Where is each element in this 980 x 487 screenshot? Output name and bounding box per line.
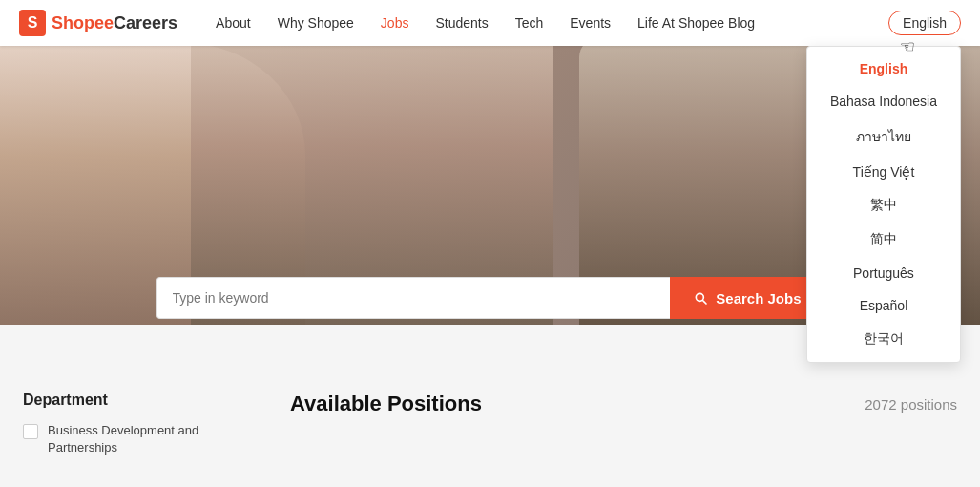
available-positions-title: Available Positions bbox=[290, 392, 482, 416]
nav-right: English bbox=[888, 11, 961, 35]
sidebar: Department Business Development and Part… bbox=[23, 392, 252, 468]
language-dropdown: English Bahasa Indonesia ภาษาไทย Tiếng V… bbox=[806, 46, 961, 363]
search-icon bbox=[693, 290, 708, 306]
nav-jobs[interactable]: Jobs bbox=[381, 15, 409, 31]
positions-area: Available Positions 2072 positions bbox=[290, 392, 957, 468]
search-input[interactable] bbox=[156, 277, 671, 319]
cursor-pointer: ☞ bbox=[900, 36, 915, 57]
language-button[interactable]: English bbox=[888, 11, 961, 35]
navbar: S ShopeeCareers About Why Shopee Jobs St… bbox=[0, 0, 980, 46]
search-button[interactable]: Search Jobs bbox=[670, 277, 824, 319]
nav-why-shopee[interactable]: Why Shopee bbox=[278, 15, 354, 31]
search-section: Search Jobs bbox=[156, 277, 824, 319]
nav-links: About Why Shopee Jobs Students Tech Even… bbox=[216, 15, 888, 31]
lang-option-vietnamese[interactable]: Tiếng Việt bbox=[807, 156, 960, 188]
department-title: Department bbox=[23, 392, 252, 409]
lang-option-bahasa[interactable]: Bahasa Indonesia bbox=[807, 85, 960, 117]
main-content: Department Business Development and Part… bbox=[0, 372, 980, 487]
lang-option-english[interactable]: English bbox=[807, 53, 960, 85]
logo-text: ShopeeCareers bbox=[52, 13, 177, 33]
lang-option-spanish[interactable]: Español bbox=[807, 289, 960, 322]
positions-header: Available Positions 2072 positions bbox=[290, 392, 957, 416]
lang-option-korean[interactable]: 한국어 bbox=[807, 322, 960, 356]
logo[interactable]: S ShopeeCareers bbox=[19, 10, 177, 36]
nav-about[interactable]: About bbox=[216, 15, 251, 31]
logo-icon: S bbox=[19, 10, 46, 36]
positions-count: 2072 positions bbox=[865, 396, 957, 413]
dept-item-bizdev: Business Development and Partnerships bbox=[23, 422, 252, 456]
lang-option-traditional-chinese[interactable]: 繁中 bbox=[807, 188, 960, 222]
nav-tech[interactable]: Tech bbox=[515, 15, 544, 31]
dept-checkbox-bizdev[interactable] bbox=[23, 424, 38, 439]
dept-label-bizdev: Business Development and Partnerships bbox=[48, 422, 198, 456]
lang-option-thai[interactable]: ภาษาไทย bbox=[807, 117, 960, 156]
nav-students[interactable]: Students bbox=[435, 15, 488, 31]
lang-option-portuguese[interactable]: Português bbox=[807, 257, 960, 289]
nav-events[interactable]: Events bbox=[570, 15, 611, 31]
nav-life-blog[interactable]: Life At Shopee Blog bbox=[637, 15, 755, 31]
lang-option-simplified-chinese[interactable]: 简中 bbox=[807, 222, 960, 257]
